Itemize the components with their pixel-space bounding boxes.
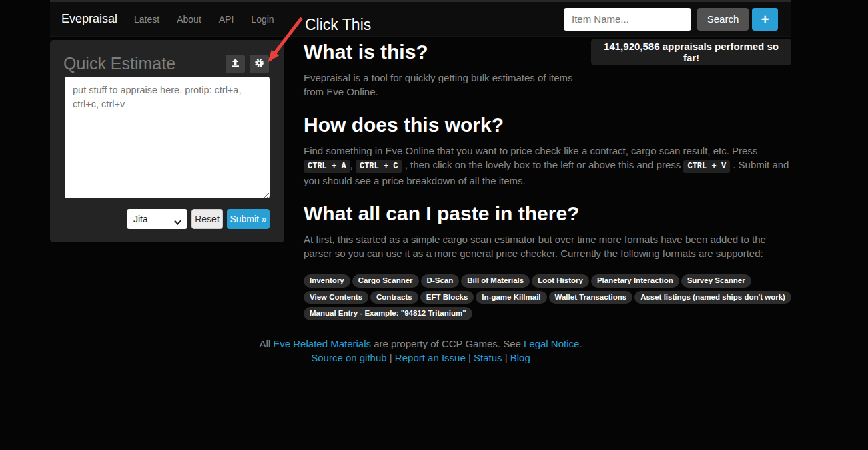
what-can-i-paste-text: At first, this started as a simple cargo…	[304, 232, 791, 260]
text-segment: ,	[350, 159, 356, 170]
format-tag: Inventory	[304, 274, 350, 288]
footer-separator: |	[466, 352, 474, 363]
search-button[interactable]: Search	[697, 8, 749, 31]
nav-link-about[interactable]: About	[168, 14, 210, 25]
footer-link[interactable]: Legal Notice	[524, 338, 579, 349]
appraisal-count-badge: 141,920,586 appraisals performed so far!	[591, 39, 791, 65]
submit-button[interactable]: Submit »	[227, 209, 270, 229]
nav-link-login[interactable]: Login	[242, 14, 282, 25]
site-footer: All Eve Related Materials are property o…	[50, 336, 791, 365]
top-navbar: Evepraisal LatestAboutAPILogin Search +	[50, 0, 791, 37]
upload-button[interactable]	[226, 55, 245, 73]
how-does-this-work-heading: How does this work?	[304, 114, 791, 136]
footer-link[interactable]: Status	[474, 352, 502, 363]
footer-separator: |	[387, 352, 395, 363]
what-can-i-paste-heading: What all can I paste in there?	[304, 202, 791, 224]
format-tag: D-Scan	[421, 274, 460, 288]
format-tag: Cargo Scanner	[352, 274, 419, 288]
nav-link-latest[interactable]: Latest	[125, 14, 168, 25]
format-tag: In-game Killmail	[476, 291, 546, 304]
format-tag: View Contents	[304, 291, 368, 304]
settings-button[interactable]	[250, 55, 269, 73]
text-segment: Find something in Eve Online that you wa…	[304, 145, 757, 156]
format-tag: Survey Scanner	[681, 274, 751, 288]
item-name-input[interactable]	[564, 8, 691, 31]
quick-estimate-panel: Quick Estimate	[50, 40, 284, 242]
format-tag: Manual Entry - Example: "94812 Tritanium…	[304, 307, 472, 320]
footer-text: are property of CCP Games. See	[371, 338, 524, 349]
footer-link[interactable]: Eve Related Materials	[273, 338, 371, 349]
format-tag: Contracts	[370, 291, 418, 304]
quick-estimate-title: Quick Estimate	[63, 54, 175, 73]
format-tag: Asset listings (named ships don't work)	[634, 291, 791, 304]
format-tag: EFT Blocks	[420, 291, 474, 304]
brand-link[interactable]: Evepraisal	[61, 12, 117, 26]
kbd-shortcut: CTRL + V	[683, 160, 730, 173]
footer-legal-line: All Eve Related Materials are property o…	[50, 336, 791, 351]
format-tag: Planetary Interaction	[591, 274, 679, 288]
footer-links-line: Source on github | Report an Issue | Sta…	[50, 351, 791, 365]
quick-estimate-header: Quick Estimate	[50, 40, 284, 73]
reset-button[interactable]: Reset	[191, 209, 223, 229]
gear-icon	[254, 58, 264, 70]
kbd-shortcut: CTRL + C	[356, 160, 402, 173]
upload-icon	[230, 58, 240, 70]
add-button[interactable]: +	[752, 8, 778, 31]
format-tag: Bill of Materials	[461, 274, 530, 288]
footer-text: All	[259, 338, 273, 349]
footer-separator: |	[502, 352, 510, 363]
format-tag: Loot History	[532, 274, 589, 288]
footer-link[interactable]: Source on github	[311, 352, 386, 363]
kbd-shortcut: CTRL + A	[304, 160, 350, 173]
appraisal-paste-textarea[interactable]	[65, 77, 270, 198]
item-search-form: Search +	[564, 8, 778, 31]
footer-link[interactable]: Blog	[510, 352, 530, 363]
nav-link-api[interactable]: API	[210, 14, 243, 25]
market-select[interactable]: Jita	[127, 209, 187, 229]
text-segment: , then click on the lovely box to the le…	[402, 159, 684, 170]
format-tag: Wallet Transactions	[549, 291, 633, 304]
footer-text: .	[579, 338, 582, 349]
panel-actions	[221, 55, 269, 73]
nav-links: LatestAboutAPILogin	[125, 14, 283, 25]
supported-formats-list: InventoryCargo ScannerD-ScanBill of Mate…	[304, 274, 797, 323]
what-is-this-text: Evepraisal is a tool for quickly getting…	[304, 71, 584, 99]
quick-estimate-controls: Jita Reset Submit »	[127, 209, 270, 229]
main-content: 141,920,586 appraisals performed so far!…	[304, 37, 791, 323]
click-this-annotation: Click This	[305, 16, 371, 34]
how-does-this-work-text: Find something in Eve Online that you wa…	[304, 144, 791, 188]
footer-link[interactable]: Report an Issue	[395, 352, 466, 363]
